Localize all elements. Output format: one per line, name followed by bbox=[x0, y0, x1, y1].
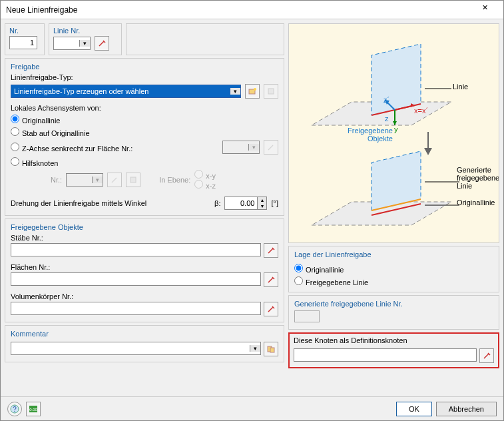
radio-zaxis[interactable]: Z-Achse senkrecht zur Fläche Nr.: bbox=[11, 143, 132, 153]
diag-origlinie: Originallinie bbox=[457, 199, 495, 207]
nr-label: Nr. bbox=[9, 27, 40, 35]
line-nr-label: Linie Nr. bbox=[53, 27, 117, 35]
radio-xy: x-y bbox=[194, 172, 216, 180]
genline-header: Generierte freigegebene Linie Nr. bbox=[294, 300, 493, 310]
radio-xz: x-z bbox=[194, 182, 216, 190]
local-axis-label: Lokales Achsensystem von: bbox=[11, 104, 278, 112]
units-icon[interactable]: 0.00 bbox=[26, 402, 41, 416]
cancel-button[interactable]: Abbrechen bbox=[436, 402, 497, 416]
radio-lage-freig[interactable]: Freigegebene Linie bbox=[294, 276, 368, 286]
edit-type-icon bbox=[264, 84, 278, 99]
radio-stab[interactable]: Stab auf Originallinie bbox=[11, 127, 90, 137]
pick-node-icon bbox=[107, 173, 122, 187]
pick-defnodes-icon[interactable] bbox=[479, 348, 494, 363]
pick-surface-icon bbox=[264, 140, 278, 155]
lage-header: Lage der Linienfreigabe bbox=[294, 250, 493, 261]
nr-input[interactable] bbox=[9, 36, 37, 49]
svg-text:?: ? bbox=[13, 406, 17, 413]
pick-stabe-icon[interactable] bbox=[264, 243, 278, 258]
flachen-label: Flächen Nr.: bbox=[11, 263, 278, 271]
pick-flachen-icon[interactable] bbox=[264, 272, 278, 287]
stabe-label: Stäbe Nr.: bbox=[11, 234, 278, 242]
help-icon[interactable]: ? bbox=[7, 402, 22, 416]
window-title: Neue Linienfreigabe bbox=[6, 5, 471, 15]
defnodes-input[interactable] bbox=[294, 348, 477, 362]
diagram: Linie Freigegebene Objekte z´ z y x=x´ G… bbox=[288, 23, 499, 243]
diag-z: z bbox=[385, 115, 389, 123]
svg-rect-3 bbox=[130, 177, 136, 183]
hilfs-nr-label: Nr.: bbox=[51, 176, 62, 184]
volumen-label: Volumenkörper Nr.: bbox=[11, 292, 278, 300]
kommentar-header: Kommentar bbox=[11, 330, 278, 340]
hilfs-nr-combo: ▾ bbox=[66, 173, 103, 187]
line-nr-combo[interactable]: ▾ bbox=[53, 37, 91, 50]
diag-x: x=x´ bbox=[414, 107, 428, 115]
diag-freig-obj: Freigegebene Objekte bbox=[348, 127, 393, 143]
type-combo[interactable]: Linienfreigabe-Typ erzeugen oder wählen▾ bbox=[11, 85, 241, 98]
node-list-icon bbox=[126, 173, 140, 187]
in-ebene-label: In Ebene: bbox=[159, 176, 190, 184]
svg-marker-14 bbox=[424, 148, 432, 155]
zaxis-combo: ▾ bbox=[222, 141, 260, 154]
svg-point-1 bbox=[254, 88, 256, 91]
svg-rect-2 bbox=[268, 89, 274, 94]
new-type-icon[interactable] bbox=[245, 84, 260, 99]
close-icon[interactable]: ✕ bbox=[471, 3, 498, 17]
radio-hilfs[interactable]: Hilfsknoten bbox=[11, 157, 58, 167]
beta-unit: [°] bbox=[271, 199, 278, 207]
svg-text:0.00: 0.00 bbox=[29, 408, 37, 412]
diag-y: y bbox=[394, 125, 398, 133]
freigabe-header: Freigabe bbox=[11, 63, 278, 73]
volumen-input[interactable] bbox=[11, 302, 261, 315]
stabe-input[interactable] bbox=[11, 243, 261, 256]
svg-rect-5 bbox=[270, 348, 274, 352]
radio-original[interactable]: Originallinie bbox=[11, 115, 60, 125]
diag-linie: Linie bbox=[453, 83, 468, 91]
kommentar-combo[interactable]: ▾ bbox=[11, 342, 261, 355]
ok-button[interactable]: OK bbox=[396, 402, 432, 416]
type-label: Linienfreigabe-Typ: bbox=[11, 73, 278, 81]
flachen-input[interactable] bbox=[11, 272, 261, 286]
genline-value bbox=[294, 310, 320, 322]
defnodes-header: Diese Knoten als Definitionsknoten bbox=[294, 336, 494, 347]
pick-line-icon[interactable] bbox=[95, 36, 109, 51]
radio-lage-original[interactable]: Originallinie bbox=[294, 264, 344, 274]
beta-label: β: bbox=[214, 199, 220, 207]
diag-zprime: z´ bbox=[383, 96, 389, 104]
kommentar-lib-icon[interactable] bbox=[264, 342, 278, 356]
pick-volumen-icon[interactable] bbox=[264, 302, 278, 316]
beta-input[interactable]: ▲▼ bbox=[224, 197, 267, 210]
rotation-label: Drehung der Linienfreigabe mittels Winke… bbox=[11, 199, 146, 207]
released-header: Freigegebene Objekte bbox=[11, 223, 278, 234]
diag-genlinie: Generierte freigegebene Linie bbox=[457, 166, 499, 190]
